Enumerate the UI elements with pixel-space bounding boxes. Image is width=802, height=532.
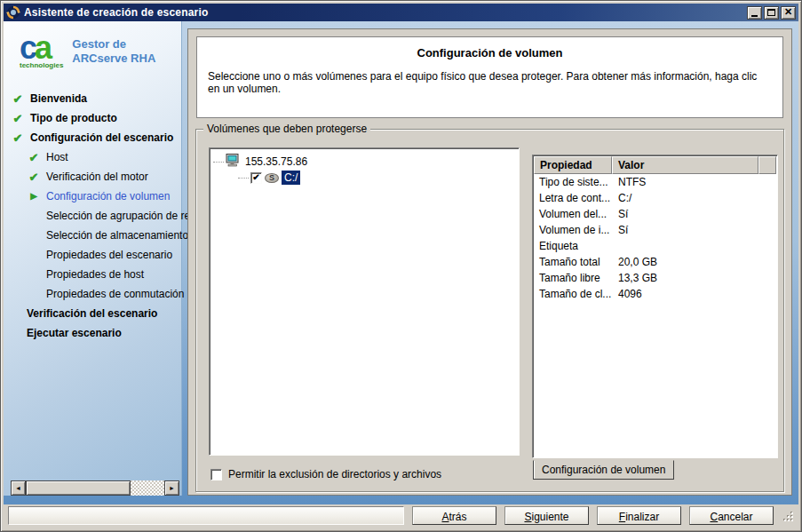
sidebar-step-seleccion-de-agrupacion[interactable]: Selección de agrupación de recursos [4, 206, 181, 226]
scrollbar-thumb[interactable] [26, 480, 131, 496]
step-label: Verificación del escenario [27, 307, 157, 320]
wizard-window: Asistente de creación de escenario ✕ ca … [0, 0, 802, 532]
sidebar-step-seleccion-de-almacenamiento[interactable]: Selección de almacenamiento [4, 226, 181, 245]
sidebar-step-configuracion-de-volumen[interactable]: ▶Configuración de volumen [4, 187, 181, 206]
maximize-icon [767, 9, 775, 16]
tree-connector [213, 162, 224, 163]
property-value: Sí [612, 224, 776, 236]
tree-root-row[interactable]: 155.35.75.86 [213, 154, 515, 170]
volume-properties-panel: Propiedad Valor Tipo de siste...NTFS Let… [532, 155, 778, 458]
close-icon: ✕ [784, 7, 792, 17]
property-name: Letra de cont... [534, 192, 612, 204]
step-label: Configuración de volumen [46, 190, 170, 202]
button-label: ancelar [718, 511, 752, 523]
sidebar-step-verificacion-del-motor[interactable]: ✔Verificación del motor [4, 167, 181, 187]
volume-checkbox[interactable]: ✔ [250, 172, 262, 184]
property-row: Volumen de i...Sí [534, 222, 776, 238]
property-value: 13,3 GB [612, 272, 776, 284]
step-label: Configuración del escenario [30, 131, 173, 144]
property-row: Volumen del...Sí [534, 206, 776, 222]
step-label: Bienvenida [30, 92, 87, 105]
resize-grip[interactable] [782, 510, 793, 521]
property-name: Volumen del... [534, 208, 612, 220]
check-icon: ✔ [11, 113, 25, 124]
sidebar-step-ejecutar-escenario[interactable]: Ejecutar escenario [4, 323, 181, 343]
app-name: Gestor de ARCserve RHA [72, 37, 155, 67]
check-icon: ✔ [27, 171, 41, 183]
column-header-propiedad[interactable]: Propiedad [534, 156, 612, 174]
property-row: Tamaño de cl...4096 [534, 286, 776, 302]
exclusion-checkbox[interactable] [210, 469, 222, 480]
property-name: Tamaño total [534, 256, 612, 268]
minimize-button[interactable] [747, 6, 762, 20]
logo-letter-c: c [20, 29, 35, 66]
button-label: iguiente [531, 511, 568, 523]
check-icon: ✔ [11, 132, 25, 144]
back-button[interactable]: Atrás [412, 506, 496, 525]
step-label: Propiedades de conmutación [46, 288, 184, 300]
tree-volume-row[interactable]: ✔ S C:/ [238, 170, 515, 186]
scroll-left-icon: ◄ [15, 485, 21, 491]
scrollbar-track[interactable] [131, 480, 164, 496]
volumes-groupbox: Volúmenes que deben protegerse [195, 129, 784, 492]
step-label: Propiedades de host [46, 268, 144, 281]
check-icon: ✔ [27, 152, 41, 163]
sidebar-step-host[interactable]: ✔Host [4, 147, 181, 167]
maximize-button[interactable] [764, 6, 779, 20]
properties-header: Propiedad Valor [534, 156, 776, 174]
exclusion-checkbox-row[interactable]: Permitir la exclusión de directorios y a… [210, 468, 441, 480]
app-name-line1: Gestor de [72, 37, 155, 52]
scroll-right-icon: ► [169, 485, 175, 491]
client-area: ca technologies Gestor de ARCserve RHA ✔… [4, 21, 798, 504]
scroll-right-button[interactable]: ► [164, 480, 179, 496]
step-label: Tipo de producto [30, 112, 117, 124]
step-header-panel: Configuración de volumen Seleccione uno … [196, 36, 783, 118]
brand-block: ca technologies Gestor de ARCserve RHA [20, 32, 181, 69]
main-panel: Configuración de volumen Seleccione uno … [187, 28, 792, 496]
sidebar-step-propiedades-de-conmutacion[interactable]: Propiedades de conmutación [4, 284, 181, 304]
window-title: Asistente de creación de escenario [24, 6, 743, 19]
next-button[interactable]: Siguiente [504, 506, 589, 525]
current-step-arrow-icon: ▶ [27, 192, 41, 201]
volume-tree[interactable]: 155.35.75.86 ✔ S C:/ [209, 147, 520, 456]
column-header-spacer [758, 156, 776, 174]
property-name: Volumen de i... [534, 224, 612, 236]
button-label: trás [449, 511, 467, 523]
status-message-panel [8, 506, 404, 525]
page-description: Seleccione uno o más volúmenes para el e… [208, 70, 772, 95]
logo-letter-a: a [35, 29, 50, 66]
shared-disk-icon: S [265, 173, 279, 183]
button-mnemonic: C [710, 511, 718, 523]
page-title: Configuración de volumen [208, 46, 772, 60]
titlebar[interactable]: Asistente de creación de escenario ✕ [4, 4, 798, 21]
sidebar-step-bienvenida[interactable]: ✔Bienvenida [4, 89, 181, 108]
cancel-button[interactable]: Cancelar [689, 506, 774, 525]
property-row: Etiqueta [534, 238, 776, 254]
step-label: Host [46, 151, 68, 163]
logo-subtext: technologies [20, 62, 63, 69]
tab-configuracion-de-volumen[interactable]: Configuración de volumen [533, 460, 674, 480]
button-label: inalizar [625, 511, 659, 523]
sidebar-step-verificacion-del-escenario[interactable]: Verificación del escenario [4, 304, 181, 323]
check-icon: ✔ [11, 93, 25, 105]
checkmark-icon: ✔ [252, 173, 259, 182]
close-button[interactable]: ✕ [781, 6, 796, 20]
finish-button[interactable]: Finalizar [597, 506, 681, 525]
sidebar-step-tipo-de-producto[interactable]: ✔Tipo de producto [4, 108, 181, 128]
tree-root-host[interactable]: 155.35.75.86 [243, 155, 309, 168]
sidebar-step-configuracion-del-escenario[interactable]: ✔Configuración del escenario [4, 128, 181, 147]
statusbar: Atrás Siguiente Finalizar Cancelar [4, 504, 798, 528]
sidebar-step-propiedades-del-escenario[interactable]: Propiedades del escenario [4, 245, 181, 265]
step-label: Ejecutar escenario [27, 327, 122, 339]
sidebar-step-propiedades-de-host[interactable]: Propiedades de host [4, 265, 181, 284]
property-value: NTFS [612, 176, 776, 188]
sidebar-horizontal-scrollbar[interactable]: ◄ ► [11, 480, 179, 496]
property-value: 4096 [612, 288, 776, 300]
step-label: Verificación del motor [46, 171, 148, 183]
tree-volume-label[interactable]: C:/ [282, 171, 300, 185]
scroll-left-button[interactable]: ◄ [11, 480, 26, 496]
property-name: Tipo de siste... [534, 176, 612, 188]
column-header-valor[interactable]: Valor [612, 156, 758, 174]
share-letter: S [269, 174, 274, 182]
button-mnemonic: A [441, 511, 449, 523]
